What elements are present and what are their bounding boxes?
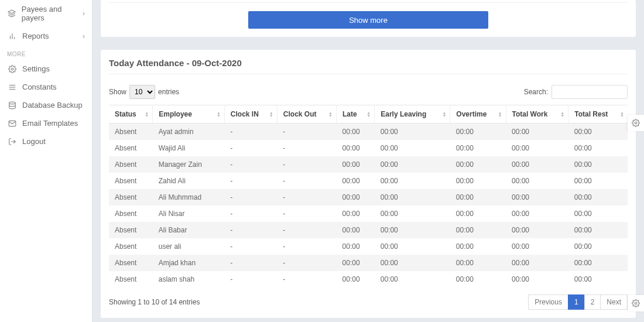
pagination-next[interactable]: Next xyxy=(600,294,628,310)
column-label: Employee xyxy=(159,110,192,118)
cell-clock_out: - xyxy=(277,222,336,238)
svg-point-11 xyxy=(635,122,637,124)
pagination-page-2[interactable]: 2 xyxy=(584,294,601,310)
nav-reports[interactable]: Reports › xyxy=(0,27,92,45)
chevron-right-icon: › xyxy=(83,32,85,40)
cell-overtime: 00:00 xyxy=(450,140,506,156)
show-more-button[interactable]: Show more xyxy=(248,11,488,29)
cell-clock_out: - xyxy=(277,140,336,156)
cell-clock_in: - xyxy=(224,189,277,205)
sort-icon: ▲▼ xyxy=(620,111,624,117)
cell-status: Absent xyxy=(109,255,153,271)
attendance-table: Status▲▼Employee▲▼Clock IN▲▼Clock Out▲▼L… xyxy=(109,105,628,287)
cell-work: 00:00 xyxy=(506,173,568,189)
column-header[interactable]: Overtime▲▼ xyxy=(450,105,506,124)
cell-clock_out: - xyxy=(277,205,336,222)
cell-late: 00:00 xyxy=(337,173,375,189)
cell-status: Absent xyxy=(109,238,153,255)
cell-rest: 00:00 xyxy=(568,124,628,141)
cell-late: 00:00 xyxy=(337,222,375,238)
table-controls: Show 10 entries Search: xyxy=(109,85,628,99)
nav-label: Settings xyxy=(22,64,50,73)
column-label: Early Leaving xyxy=(381,110,426,118)
cell-clock_in: - xyxy=(224,140,277,156)
pagination-page-1[interactable]: 1 xyxy=(568,294,585,310)
cell-clock_in: - xyxy=(224,205,277,222)
nav-constants[interactable]: Constants xyxy=(0,78,92,96)
cell-work: 00:00 xyxy=(506,205,568,222)
cell-clock_out: - xyxy=(277,173,336,189)
table-footer: Showing 1 to 10 of 14 entries Previous 1… xyxy=(109,294,628,310)
sort-icon: ▲▼ xyxy=(560,111,564,117)
cell-work: 00:00 xyxy=(506,156,568,173)
column-header[interactable]: Clock IN▲▼ xyxy=(224,105,277,124)
column-header[interactable]: Employee▲▼ xyxy=(153,105,225,124)
cell-status: Absent xyxy=(109,156,153,173)
attendance-card: Today Attendance - 09-Oct-2020 Show 10 e… xyxy=(101,50,636,318)
cell-early: 00:00 xyxy=(375,255,450,271)
cell-clock_out: - xyxy=(277,156,336,173)
gear-icon xyxy=(632,119,640,127)
settings-float-top[interactable] xyxy=(628,115,644,131)
gear-icon xyxy=(7,65,18,73)
cell-employee: user ali xyxy=(153,238,225,255)
cell-overtime: 00:00 xyxy=(450,156,506,173)
table-row: AbsentAli Babar--00:0000:0000:0000:0000:… xyxy=(109,222,628,238)
sort-icon: ▲▼ xyxy=(442,111,446,117)
show-label: Show xyxy=(109,88,126,96)
cell-early: 00:00 xyxy=(375,189,450,205)
cell-clock_in: - xyxy=(224,255,277,271)
cell-work: 00:00 xyxy=(506,222,568,238)
cell-employee: Ayat admin xyxy=(153,124,225,141)
settings-float-bottom[interactable] xyxy=(628,295,644,311)
column-label: Clock IN xyxy=(231,110,259,118)
page-size-select[interactable]: 10 xyxy=(129,85,155,99)
cell-overtime: 00:00 xyxy=(450,222,506,238)
cell-late: 00:00 xyxy=(337,140,375,156)
nav-settings[interactable]: Settings xyxy=(0,60,92,78)
bar-chart-icon xyxy=(7,32,18,40)
cell-clock_in: - xyxy=(224,156,277,173)
nav-payees[interactable]: Payees and payers › xyxy=(0,0,92,27)
pagination: Previous 1 2 Next xyxy=(529,294,628,310)
column-header[interactable]: Total Work▲▼ xyxy=(506,105,568,124)
table-row: Absentaslam shah--00:0000:0000:0000:0000… xyxy=(109,271,628,287)
cell-work: 00:00 xyxy=(506,271,568,287)
cell-early: 00:00 xyxy=(375,238,450,255)
cell-employee: Wajid Ali xyxy=(153,140,225,156)
cell-early: 00:00 xyxy=(375,205,450,222)
column-header[interactable]: Early Leaving▲▼ xyxy=(375,105,450,124)
cell-overtime: 00:00 xyxy=(450,173,506,189)
column-header[interactable]: Total Rest▲▼ xyxy=(568,105,628,124)
column-label: Late xyxy=(342,110,357,118)
table-row: AbsentAli Nisar--00:0000:0000:0000:0000:… xyxy=(109,205,628,222)
cell-late: 00:00 xyxy=(337,156,375,173)
cell-work: 00:00 xyxy=(506,189,568,205)
table-row: AbsentAyat admin--00:0000:0000:0000:0000… xyxy=(109,124,628,141)
cell-employee: Manager Zain xyxy=(153,156,225,173)
column-label: Status xyxy=(115,110,136,118)
chevron-right-icon: › xyxy=(83,9,85,18)
pagination-prev[interactable]: Previous xyxy=(528,294,568,310)
nav-logout[interactable]: Logout xyxy=(0,132,92,150)
cell-status: Absent xyxy=(109,205,153,222)
nav-email-templates[interactable]: Email Templates xyxy=(0,114,92,132)
sort-icon: ▲▼ xyxy=(498,111,502,117)
entries-label: entries xyxy=(158,88,179,96)
column-header[interactable]: Late▲▼ xyxy=(337,105,375,124)
column-label: Total Rest xyxy=(574,110,608,118)
card-title: Today Attendance - 09-Oct-2020 xyxy=(109,58,628,74)
cell-overtime: 00:00 xyxy=(450,124,506,141)
nav-db-backup[interactable]: Database Backup xyxy=(0,96,92,114)
search-label: Search: xyxy=(524,88,548,96)
cell-early: 00:00 xyxy=(375,173,450,189)
nav-label: Payees and payers xyxy=(22,5,83,22)
cell-early: 00:00 xyxy=(375,140,450,156)
cell-late: 00:00 xyxy=(337,124,375,141)
cell-overtime: 00:00 xyxy=(450,271,506,287)
table-row: AbsentAli Muhmmad--00:0000:0000:0000:000… xyxy=(109,189,628,205)
search-input[interactable] xyxy=(551,85,628,99)
column-header[interactable]: Clock Out▲▼ xyxy=(277,105,336,124)
cell-status: Absent xyxy=(109,140,153,156)
column-header[interactable]: Status▲▼ xyxy=(109,105,153,124)
